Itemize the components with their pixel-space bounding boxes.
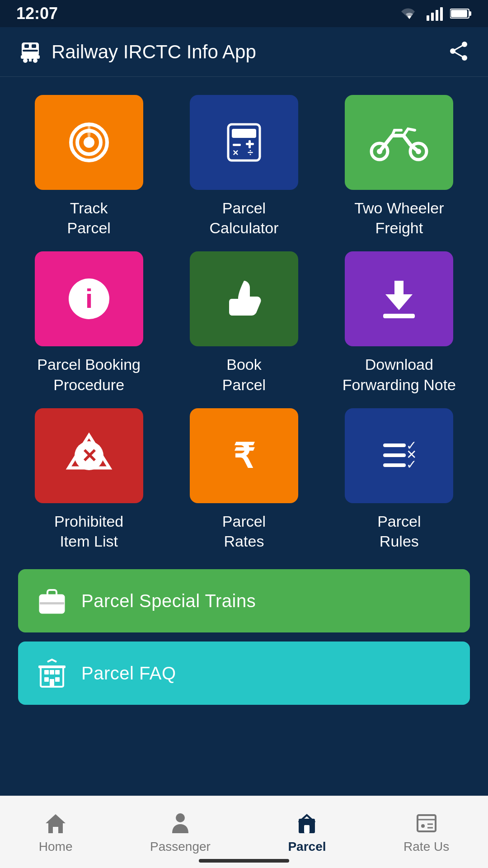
svg-rect-37 bbox=[383, 314, 415, 318]
svg-rect-50 bbox=[40, 602, 64, 604]
svg-text:i: i bbox=[85, 283, 93, 314]
svg-rect-3 bbox=[440, 7, 443, 21]
svg-rect-43 bbox=[383, 453, 406, 457]
parcel-rates-icon-box: ₹ bbox=[190, 408, 298, 503]
checklist-icon: ✓ ✕ ✓ bbox=[374, 431, 424, 481]
svg-point-59 bbox=[176, 813, 185, 822]
motorcycle-icon bbox=[370, 122, 428, 163]
svg-rect-1 bbox=[431, 13, 434, 21]
parcel-booking-icon-box: i bbox=[35, 251, 143, 346]
svg-rect-52 bbox=[44, 670, 49, 675]
info-icon: i bbox=[64, 274, 114, 324]
download-forwarding-note-label: DownloadForwarding Note bbox=[343, 354, 456, 394]
book-parcel-label: BookParcel bbox=[222, 354, 266, 394]
briefcase-icon bbox=[36, 585, 68, 617]
parcel-rates-label: ParcelRates bbox=[222, 511, 266, 551]
svg-rect-58 bbox=[38, 665, 66, 668]
two-wheeler-freight-label: Two WheelerFreight bbox=[354, 198, 444, 238]
header-left: Railway IRCTC Info App bbox=[18, 40, 256, 64]
svg-rect-57 bbox=[50, 679, 54, 687]
svg-text:✕: ✕ bbox=[81, 445, 97, 467]
parcel-special-trains-label: Parcel Special Trains bbox=[81, 591, 256, 611]
parcel-nav-icon bbox=[294, 811, 319, 836]
parcel-special-trains-button[interactable]: Parcel Special Trains bbox=[18, 569, 470, 632]
app-header: Railway IRCTC Info App bbox=[0, 27, 488, 77]
nav-rate-us-label: Rate Us bbox=[404, 840, 449, 854]
svg-line-19 bbox=[453, 51, 465, 58]
grid-item-parcel-rules[interactable]: ✓ ✕ ✓ ParcelRules bbox=[328, 408, 470, 551]
svg-rect-61 bbox=[304, 825, 310, 833]
svg-rect-56 bbox=[55, 677, 60, 682]
grid-item-parcel-rates[interactable]: ₹ ParcelRates bbox=[173, 408, 314, 551]
share-button[interactable] bbox=[447, 40, 470, 64]
grid-item-parcel-calculator[interactable]: × ÷ ParcelCalculator bbox=[173, 95, 314, 238]
svg-point-33 bbox=[416, 149, 421, 154]
book-parcel-icon-box bbox=[190, 251, 298, 346]
status-icons bbox=[399, 6, 472, 21]
svg-rect-10 bbox=[23, 50, 38, 52]
prohibited-icon: ✕ bbox=[64, 431, 114, 481]
features-grid: TrackParcel × ÷ ParcelCalculator bbox=[0, 77, 488, 560]
parcel-rules-label: ParcelRules bbox=[377, 511, 421, 551]
rupee-icon: ₹ bbox=[219, 431, 269, 481]
nav-home[interactable]: Home bbox=[25, 806, 86, 859]
svg-rect-44 bbox=[383, 463, 406, 467]
status-time: 12:07 bbox=[16, 4, 58, 23]
svg-text:÷: ÷ bbox=[248, 147, 253, 158]
svg-rect-54 bbox=[55, 670, 60, 675]
svg-line-18 bbox=[453, 44, 465, 51]
svg-rect-25 bbox=[233, 144, 241, 146]
home-icon bbox=[43, 811, 68, 836]
svg-text:✓: ✓ bbox=[406, 458, 417, 472]
svg-rect-0 bbox=[427, 15, 429, 21]
wifi-icon bbox=[399, 6, 419, 21]
svg-point-12 bbox=[23, 58, 28, 63]
download-icon-box bbox=[345, 251, 453, 346]
nav-passenger-label: Passenger bbox=[150, 840, 211, 854]
nav-rate-us[interactable]: Rate Us bbox=[390, 806, 463, 859]
battery-icon bbox=[450, 7, 472, 20]
svg-rect-14 bbox=[29, 55, 32, 61]
home-indicator bbox=[199, 859, 289, 863]
svg-rect-55 bbox=[44, 677, 49, 682]
app-title: Railway IRCTC Info App bbox=[52, 41, 256, 63]
svg-rect-42 bbox=[383, 443, 406, 447]
track-parcel-icon-box bbox=[35, 95, 143, 190]
track-parcel-label: TrackParcel bbox=[67, 198, 110, 238]
signal-icon bbox=[427, 6, 443, 21]
prohibited-item-list-label: ProhibitedItem List bbox=[54, 511, 123, 551]
thumbsup-icon bbox=[219, 274, 269, 324]
svg-point-64 bbox=[421, 824, 425, 828]
svg-marker-36 bbox=[385, 281, 413, 310]
svg-text:×: × bbox=[233, 147, 239, 158]
nav-home-label: Home bbox=[39, 840, 73, 854]
rate-us-icon bbox=[414, 811, 439, 836]
status-bar: 12:07 bbox=[0, 0, 488, 27]
nav-parcel[interactable]: Parcel bbox=[274, 806, 339, 859]
svg-rect-9 bbox=[32, 44, 36, 48]
calculator-icon: × ÷ bbox=[219, 118, 269, 167]
nav-passenger[interactable]: Passenger bbox=[136, 806, 224, 859]
grid-item-download-forwarding-note[interactable]: DownloadForwarding Note bbox=[328, 251, 470, 394]
bottom-nav: Home Passenger Parcel Rate Us bbox=[0, 796, 488, 868]
train-icon bbox=[18, 40, 42, 64]
grid-item-track-parcel[interactable]: TrackParcel bbox=[18, 95, 160, 238]
parcel-rules-icon-box: ✓ ✕ ✓ bbox=[345, 408, 453, 503]
svg-rect-8 bbox=[24, 44, 29, 48]
prohibited-icon-box: ✕ bbox=[35, 408, 143, 503]
svg-rect-2 bbox=[436, 10, 438, 21]
parcel-calculator-label: ParcelCalculator bbox=[209, 198, 278, 238]
nav-parcel-label: Parcel bbox=[288, 840, 326, 854]
grid-item-book-parcel[interactable]: BookParcel bbox=[173, 251, 314, 394]
grid-item-parcel-booking-procedure[interactable]: i Parcel BookingProcedure bbox=[18, 251, 160, 394]
grid-item-two-wheeler-freight[interactable]: Two WheelerFreight bbox=[328, 95, 470, 238]
svg-rect-7 bbox=[22, 42, 39, 56]
parcel-booking-procedure-label: Parcel BookingProcedure bbox=[37, 354, 141, 394]
grid-item-prohibited-item-list[interactable]: ✕ ProhibitedItem List bbox=[18, 408, 160, 551]
target-icon bbox=[64, 118, 114, 167]
parcel-calculator-icon-box: × ÷ bbox=[190, 95, 298, 190]
svg-rect-62 bbox=[418, 815, 436, 831]
parcel-faq-label: Parcel FAQ bbox=[81, 663, 176, 684]
parcel-faq-button[interactable]: Parcel FAQ bbox=[18, 642, 470, 705]
svg-point-13 bbox=[33, 58, 38, 63]
